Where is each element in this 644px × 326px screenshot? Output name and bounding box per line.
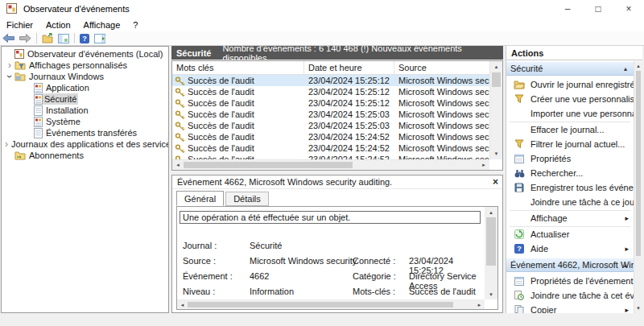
tree-item-journaux-applications-services[interactable]: › Journaux des applications et des servi…	[2, 138, 168, 150]
tree-item-securite[interactable]: Sécurité	[2, 93, 168, 105]
table-row[interactable]: Succès de l'audit 23/04/2024 15:25:12 Mi…	[172, 97, 489, 109]
chevron-down-icon[interactable]: ›	[6, 72, 14, 81]
scroll-right-icon[interactable]: ►	[479, 160, 489, 170]
column-source[interactable]: Source	[394, 61, 489, 74]
action-enregistrer-tous[interactable]: Enregistrer tous les événemen...	[506, 180, 634, 195]
cell-keyword: Succès de l'audit	[188, 121, 254, 130]
table-row[interactable]: Succès de l'audit 23/04/2024 15:25:12 Mi…	[172, 86, 489, 97]
column-mots-cles[interactable]: Mots clés	[172, 61, 304, 74]
key-icon	[175, 132, 185, 142]
scrollbar-thumb[interactable]	[184, 162, 353, 168]
refresh-icon	[513, 229, 526, 239]
table-row[interactable]: Succès de l'audit 23/04/2024 15:25:03 Mi…	[172, 120, 489, 131]
scrollbar-thumb[interactable]	[636, 71, 641, 256]
action-actualiser[interactable]: Actualiser	[506, 227, 634, 241]
forward-icon[interactable]	[19, 34, 31, 43]
properties-icon	[513, 155, 526, 163]
collapse-icon[interactable]: ▴	[624, 65, 627, 72]
action-joindre-tache-journal[interactable]: Joindre une tâche à ce journal...	[506, 195, 634, 209]
cell-datetime: 23/04/2024 15:24:52	[304, 132, 394, 142]
event-description-text: Une opération a été effectuée sur un obj…	[183, 213, 350, 222]
action-affichage[interactable]: Affichage ▸	[506, 211, 634, 225]
scroll-left-icon[interactable]: ◄	[178, 300, 187, 309]
scroll-left-icon[interactable]: ◄	[173, 160, 183, 170]
actions-section-securite[interactable]: Sécurité ▴	[506, 61, 634, 76]
menu-fichier[interactable]: Fichier	[0, 19, 39, 31]
table-row[interactable]: Succès de l'audit 23/04/2024 15:25:03 Mi…	[172, 109, 489, 120]
column-date-et-heure[interactable]: Date et heure	[304, 61, 394, 74]
submenu-arrow-icon: ▸	[625, 214, 629, 222]
key-icon	[175, 98, 185, 109]
table-row[interactable]: Succès de l'audit 23/04/2024 15:25:12 Mi…	[172, 75, 489, 86]
preview-horizontal-scrollbar[interactable]: ◄ ►	[177, 299, 485, 309]
scroll-up-icon[interactable]: ▲	[485, 208, 497, 217]
tree-root[interactable]: Observateur d'événements (Local)	[2, 48, 168, 60]
tree-item-affichages-personnalises[interactable]: › Affichages personnalisés	[2, 60, 168, 71]
cell-datetime: 23/04/2024 15:25:12	[304, 76, 394, 85]
table-row[interactable]: Succès de l'audit 23/04/2024 15:24:52 Mi…	[172, 142, 489, 154]
cell-keyword: Succès de l'audit	[188, 143, 254, 153]
preview-title: Événement 4662, Microsoft Windows securi…	[177, 177, 392, 187]
list-horizontal-scrollbar[interactable]: ◄ ►	[172, 159, 489, 170]
back-icon[interactable]	[2, 34, 14, 43]
actions-scrollbar[interactable]: ▲ ▼	[634, 61, 642, 313]
export-icon[interactable]	[42, 33, 53, 43]
field-event-label: Événement :	[183, 271, 233, 281]
tree-item-abonnements[interactable]: Abonnements	[2, 150, 168, 161]
chevron-right-icon[interactable]: ›	[5, 140, 8, 148]
scroll-down-icon[interactable]: ▼	[490, 149, 502, 159]
action-label: Affichage	[530, 213, 568, 223]
tab-general[interactable]: Général	[176, 191, 224, 206]
action-ouvrir-journal[interactable]: Ouvrir le journal enregistré...	[506, 77, 634, 92]
scrollbar-thumb[interactable]	[188, 302, 453, 307]
scroll-up-icon[interactable]: ▲	[490, 62, 502, 72]
tab-details[interactable]: Détails	[225, 192, 269, 206]
action-copier[interactable]: Copier ▸	[506, 303, 634, 313]
actions-pane: Actions Sécurité ▴ Ouvrir le journal enr…	[506, 46, 642, 313]
preview-vertical-scrollbar[interactable]: ▲ ▼	[485, 207, 497, 299]
table-row[interactable]: Succès de l'audit 23/04/2024 15:24:52 Mi…	[172, 154, 489, 159]
section-header-label: Événement 4662, Microsoft Windo...	[510, 260, 634, 270]
action-rechercher[interactable]: Rechercher...	[506, 166, 634, 180]
action-proprietes[interactable]: Propriétés	[506, 151, 634, 166]
scrollbar-thumb[interactable]	[492, 72, 501, 87]
maximize-icon[interactable]: □	[583, 0, 613, 18]
chevron-right-icon[interactable]: ›	[5, 61, 14, 69]
console-tree: Observateur d'événements (Local) › Affic…	[1, 46, 169, 313]
action-importer-vue[interactable]: Importer une vue personnalis...	[506, 106, 634, 121]
minimize-icon[interactable]: –	[552, 0, 583, 18]
action-proprietes-evenement[interactable]: Propriétés de l'événement	[506, 274, 634, 288]
scroll-up-icon[interactable]: ▲	[634, 62, 642, 70]
tree-item-systeme[interactable]: Système	[2, 116, 168, 127]
log-header: Sécurité Nombre d'événements : 6 140 468…	[171, 46, 503, 60]
tree-item-label: Journaux Windows	[29, 72, 104, 81]
close-icon[interactable]: ×	[613, 0, 644, 18]
tree-item-evenements-transferes[interactable]: Événements transférés	[2, 127, 168, 138]
menu-bar: Fichier Action Affichage ?	[0, 18, 644, 31]
action-label: Aide	[530, 244, 548, 254]
table-row[interactable]: Succès de l'audit 23/04/2024 15:24:52 Mi…	[172, 131, 489, 142]
show-console-tree-icon[interactable]	[58, 34, 69, 43]
menu-help[interactable]: ?	[126, 19, 144, 31]
list-vertical-scrollbar[interactable]: ▲ ▼	[489, 61, 502, 159]
scroll-right-icon[interactable]: ►	[475, 300, 484, 309]
action-filtrer-journal[interactable]: Filtrer le journal actuel...	[506, 137, 634, 151]
event-viewer-icon	[14, 49, 24, 59]
show-action-pane-icon[interactable]	[94, 34, 105, 43]
collapse-icon[interactable]: ▴	[624, 262, 627, 269]
tree-item-application[interactable]: Application	[2, 82, 168, 93]
scrollbar-thumb[interactable]	[486, 217, 496, 266]
help-icon[interactable]: ?	[80, 34, 89, 43]
action-joindre-tache-evenement[interactable]: Joindre une tâche à cet événe...	[506, 288, 634, 303]
action-effacer-journal[interactable]: Effacer le journal...	[506, 122, 634, 137]
scroll-down-icon[interactable]: ▼	[485, 290, 497, 299]
menu-affichage[interactable]: Affichage	[77, 19, 127, 31]
tree-item-installation[interactable]: Installation	[2, 105, 168, 116]
menu-action[interactable]: Action	[39, 19, 77, 31]
action-aide[interactable]: ? Aide ▸	[506, 241, 634, 256]
actions-section-evenement[interactable]: Événement 4662, Microsoft Windo... ▴	[506, 258, 634, 272]
action-creer-vue[interactable]: Créer une vue personnalisée...	[506, 92, 634, 106]
tree-item-journaux-windows[interactable]: › Journaux Windows	[2, 71, 168, 82]
close-preview-icon[interactable]: ×	[493, 176, 498, 188]
scroll-down-icon[interactable]: ▼	[634, 304, 642, 312]
